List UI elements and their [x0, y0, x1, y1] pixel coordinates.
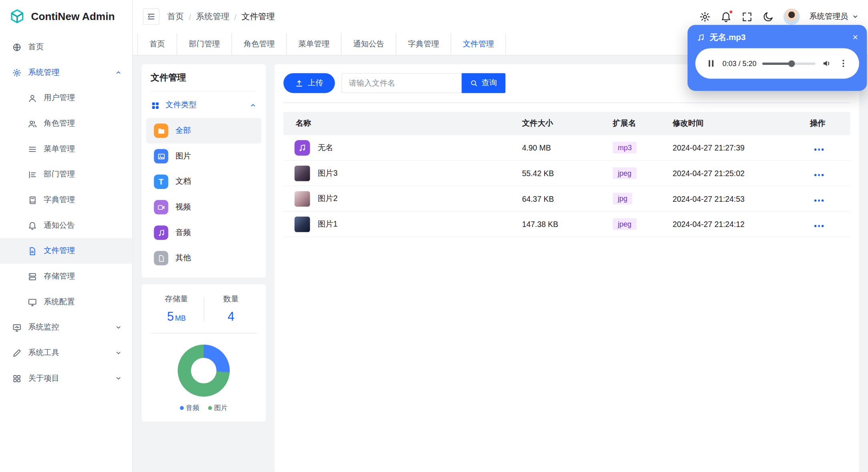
more-options-kebab-icon[interactable]	[838, 58, 848, 68]
sidebar-item-label: 系统监控	[28, 322, 108, 332]
file-icon	[28, 246, 37, 256]
file-type-other[interactable]: 其他	[146, 245, 261, 271]
chevron-down-icon	[114, 374, 122, 382]
breadcrumb: 首页 / 系统管理 / 文件管理	[167, 11, 692, 22]
fullscreen-button[interactable]	[741, 11, 753, 22]
file-table: 名称 文件大小 扩展名 修改时间 操作 无名 4.90 MB	[283, 112, 850, 237]
storage-donut	[178, 345, 230, 397]
sidebar-item-users[interactable]: 用户管理	[0, 85, 132, 111]
notification-bell-button[interactable]	[720, 11, 732, 22]
row-actions-button[interactable]	[810, 174, 824, 176]
tab-departments[interactable]: 部门管理	[177, 33, 232, 55]
chevron-up-icon	[114, 69, 122, 76]
breadcrumb-home[interactable]: 首页	[167, 11, 184, 22]
sidebar-item-label: 文件管理	[44, 246, 122, 256]
pause-button[interactable]	[706, 58, 716, 68]
sidebar-item-system[interactable]: 系统管理	[0, 60, 132, 85]
user-menu[interactable]: 系统管理员	[809, 12, 859, 22]
tab-menus[interactable]: 菜单管理	[287, 33, 342, 55]
file-icon	[154, 251, 168, 265]
tab-files[interactable]: 文件管理	[451, 33, 506, 55]
query-button[interactable]: 查询	[462, 73, 505, 93]
sidebar-item-label: 部门管理	[44, 169, 122, 179]
row-actions-button[interactable]	[810, 149, 824, 151]
sidebar-item-monitoring[interactable]: 系统监控	[0, 315, 132, 340]
sidebar-item-label: 首页	[28, 42, 122, 52]
search-input[interactable]	[341, 73, 461, 93]
settings-gear-button[interactable]	[699, 11, 711, 22]
file-type-videos[interactable]: 视频	[146, 195, 261, 220]
users-icon	[28, 119, 37, 129]
table-row[interactable]: 图片3 55.42 KB jpeg 2024-04-27 21:25:02	[283, 161, 850, 186]
sidebar-item-label: 系统管理	[28, 68, 108, 78]
file-size: 4.90 MB	[522, 143, 613, 152]
tab-notices[interactable]: 通知公告	[341, 33, 396, 55]
legend-images: 图片	[208, 403, 227, 413]
dark-mode-moon-button[interactable]	[762, 11, 774, 22]
book-icon	[28, 195, 37, 205]
sidebar-item-storage[interactable]: 存储管理	[0, 264, 132, 289]
query-label: 查询	[481, 78, 497, 88]
breadcrumb-current: 文件管理	[242, 11, 275, 22]
file-type-all[interactable]: 全部	[146, 118, 261, 144]
header-actions: 系统管理员	[699, 8, 859, 25]
file-size: 64.37 KB	[522, 194, 613, 203]
close-icon[interactable]: ×	[852, 33, 858, 42]
sidebar-item-label: 菜单管理	[44, 144, 122, 154]
file-type-label: 全部	[176, 126, 191, 136]
upload-button[interactable]: 上传	[283, 73, 335, 93]
sidebar-item-departments[interactable]: 部门管理	[0, 162, 132, 187]
row-actions-button[interactable]	[810, 199, 824, 201]
ext-badge: jpg	[613, 193, 632, 205]
file-list-card: 上传 查询 名称 文件大小	[275, 64, 859, 472]
sidebar-item-dictionary[interactable]: 字典管理	[0, 187, 132, 213]
tab-dictionary[interactable]: 字典管理	[396, 33, 451, 55]
volume-icon[interactable]	[822, 58, 832, 68]
audio-progress-slider[interactable]	[762, 62, 815, 65]
logo-icon	[9, 8, 25, 25]
file-type-documents[interactable]: T 文档	[146, 169, 261, 195]
menu-lines-icon	[28, 144, 37, 154]
sidebar-item-roles[interactable]: 角色管理	[0, 111, 132, 137]
music-note-icon	[696, 33, 705, 42]
storage-label: 存储量	[149, 294, 203, 304]
legend-dot-audio	[180, 406, 184, 410]
row-actions-button[interactable]	[810, 225, 824, 227]
sidebar: ContiNew Admin 首页 系统管理 用户管理	[0, 0, 133, 472]
storage-stats-card: 存储量 5MB 数量 4	[142, 284, 266, 422]
search-icon	[470, 79, 477, 87]
table-row[interactable]: 图片1 147.38 KB jpeg 2024-04-27 21:24:12	[283, 212, 850, 237]
sidebar-item-home[interactable]: 首页	[0, 34, 132, 60]
breadcrumb-section[interactable]: 系统管理	[196, 11, 229, 22]
table-header: 名称 文件大小 扩展名 修改时间 操作	[283, 112, 850, 135]
table-row[interactable]: 无名 4.90 MB mp3 2024-04-27 21:27:39	[283, 135, 850, 161]
breadcrumb-separator: /	[234, 12, 237, 22]
file-type-audio[interactable]: 音频	[146, 220, 261, 245]
sidebar-item-notices[interactable]: 通知公告	[0, 213, 132, 238]
sidebar-item-tools[interactable]: 系统工具	[0, 340, 132, 366]
file-type-label: 其他	[176, 253, 191, 263]
sidebar-item-menus[interactable]: 菜单管理	[0, 136, 132, 162]
sidebar-collapse-button[interactable]	[143, 8, 159, 25]
app-logo[interactable]: ContiNew Admin	[0, 0, 132, 33]
sidebar-item-about[interactable]: 关于项目	[0, 366, 132, 391]
file-type-images[interactable]: 图片	[146, 143, 261, 169]
sidebar-item-files[interactable]: 文件管理	[0, 238, 132, 264]
sidebar-item-config[interactable]: 系统配置	[0, 289, 132, 315]
file-size: 55.42 KB	[522, 169, 613, 177]
music-note-icon	[154, 225, 168, 240]
tab-roles[interactable]: 角色管理	[232, 33, 287, 55]
file-type-group-toggle[interactable]: 文件类型	[150, 92, 257, 118]
ext-badge: mp3	[613, 142, 637, 153]
tab-home[interactable]: 首页	[137, 33, 177, 55]
user-icon	[28, 93, 37, 103]
bell-icon	[28, 221, 37, 230]
stats-row: 存储量 5MB 数量 4	[149, 294, 258, 324]
audio-player-header: 无名.mp3 ×	[695, 32, 859, 48]
table-row[interactable]: 图片2 64.37 KB jpg 2024-04-27 21:24:53	[283, 186, 850, 212]
tool-pen-icon	[12, 348, 22, 358]
file-time: 2024-04-27 21:24:12	[673, 220, 810, 229]
file-time: 2024-04-27 21:27:39	[673, 143, 810, 152]
folder-icon	[154, 124, 168, 138]
user-avatar[interactable]	[783, 8, 800, 25]
